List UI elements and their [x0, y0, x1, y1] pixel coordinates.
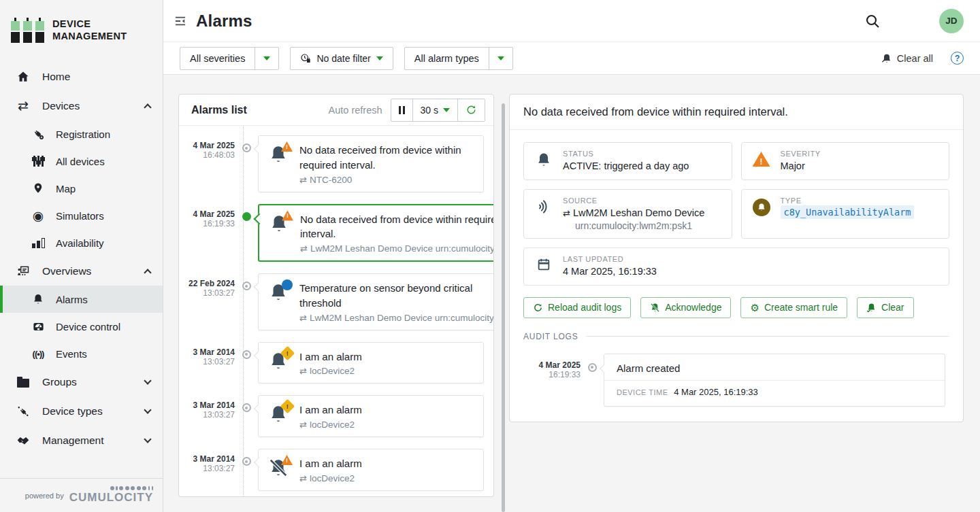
chevron-down-icon [263, 56, 270, 61]
acknowledge-button[interactable]: Acknowledge [640, 297, 731, 318]
swap-arrows-icon: ⇄ [15, 99, 31, 112]
chevron-up-icon [144, 269, 151, 276]
sidebar-item-groups[interactable]: Groups [0, 367, 163, 396]
device-link-icon: ⇄ [299, 473, 307, 483]
sidebar-nav: Home ⇄ Devices Registration All devices [0, 59, 163, 455]
sidebar-item-device-control[interactable]: Device control [0, 313, 163, 340]
pause-icon [399, 106, 405, 114]
refresh-interval-dropdown[interactable]: 30 s [412, 99, 457, 121]
sidebar-item-alarms[interactable]: Alarms [0, 286, 163, 313]
device-link-icon: ⇄ [299, 175, 307, 185]
refresh-now-button[interactable] [457, 99, 485, 121]
folder-icon [15, 377, 31, 388]
alarms-list-header: Alarms list Auto refresh 30 s [179, 95, 493, 126]
alarm-list-item[interactable]: ! I am an alarm ⇄locDevice2 [258, 395, 484, 437]
alarm-row: 3 Mar 201413:03:27 ! I am an alarm ⇄locD… [183, 395, 484, 437]
gear-icon: ⚙ [750, 303, 759, 313]
chevron-up-icon [144, 103, 151, 111]
device-link-icon: ⇄ [299, 420, 307, 430]
filter-bar: All severities No date filter All alarm … [163, 42, 980, 75]
bell-check-icon [866, 303, 877, 313]
sidebar-item-simulators[interactable]: ◉ Simulators [0, 202, 163, 229]
auto-refresh-label: Auto refresh [329, 105, 382, 116]
timeline-marker-selected-icon [242, 212, 251, 221]
broadcast-icon: ((•)) [30, 349, 46, 359]
app-switcher-icon[interactable] [901, 12, 919, 30]
status-card: STATUS ACTIVE: triggered a day ago [523, 142, 732, 180]
sidebar-item-devices[interactable]: ⇄ Devices [0, 91, 163, 120]
alarm-severity-minor-icon: ! [268, 351, 290, 373]
timeline-marker-icon [588, 363, 597, 372]
chevron-down-icon [497, 56, 504, 61]
sidebar-item-management[interactable]: Management [0, 426, 163, 455]
calendar-clock-icon [300, 53, 311, 64]
source-card: SOURCE ⇄LwM2M Leshan Demo Device urn:cum… [523, 189, 732, 238]
map-pin-icon [30, 182, 46, 195]
alarm-type-value[interactable]: c8y_UnavailabilityAlarm [781, 205, 915, 219]
severity-card: ! SEVERITY Major [741, 142, 950, 180]
alarm-type-filter-dropdown[interactable]: All alarm types [404, 47, 513, 70]
user-avatar[interactable]: JD [939, 9, 964, 33]
audit-log-card: Alarm created DEVICE TIME 4 Mar 2025, 16… [604, 354, 945, 407]
alarms-list-panel: Alarms list Auto refresh 30 s [178, 94, 494, 497]
audit-logs-title: AUDIT LOGS [523, 332, 578, 341]
device-link-icon: ⇄ [299, 313, 307, 323]
refresh-icon [466, 104, 477, 116]
timeline-marker-icon [242, 281, 251, 290]
pause-refresh-button[interactable] [391, 99, 412, 121]
sidebar-item-availability[interactable]: Availability [0, 229, 163, 256]
alarm-list-item-selected[interactable]: ! No data received from device within re… [258, 204, 493, 262]
sidebar-item-device-types[interactable]: Device types [0, 396, 163, 426]
alarm-detail-title: No data received from device within requ… [510, 95, 963, 130]
brand-text: DEVICE MANAGEMENT [52, 18, 127, 42]
bar-chart-icon [30, 238, 46, 248]
alarm-list-item[interactable]: ! No data received from device within re… [258, 135, 484, 192]
device-link-icon: ⇄ [300, 243, 308, 254]
alarm-severity-major-icon: ! [268, 144, 290, 166]
clear-all-button[interactable]: Clear all [881, 53, 933, 64]
alarm-row: 22 Feb 202413:03:27 Temperature on senso… [183, 273, 484, 330]
sidebar-item-home[interactable]: Home [0, 62, 163, 91]
chevron-down-icon [443, 108, 450, 112]
sidebar-item-map[interactable]: Map [0, 175, 163, 202]
severity-major-icon: ! [751, 150, 772, 167]
severity-filter-dropdown[interactable]: All severities [180, 47, 279, 70]
sidebar-item-all-devices[interactable]: All devices [0, 148, 163, 175]
clear-button[interactable]: Clear [857, 297, 913, 318]
sidebar-item-events[interactable]: ((•)) Events [0, 340, 163, 367]
detail-actions: Reload audit logs Acknowledge ⚙ Create s… [523, 297, 949, 318]
reload-audit-logs-button[interactable]: Reload audit logs [523, 297, 631, 318]
cumulocity-logo: CUMULOCITY [69, 486, 153, 505]
alarm-row: 3 Mar 201413:03:27 ! I am an alarm ⇄locD… [183, 449, 484, 491]
signal-icon [534, 197, 554, 215]
alarm-row: 4 Mar 202516:48:03 ! No data received fr… [183, 135, 484, 192]
device-link-icon: ⇄ [299, 366, 307, 376]
list-scrollbar[interactable] [502, 103, 505, 512]
collapse-sidebar-icon[interactable] [174, 16, 186, 27]
simulator-icon: ◉ [30, 209, 46, 222]
search-icon[interactable] [864, 13, 881, 29]
sidebar-item-registration[interactable]: Registration [0, 120, 163, 148]
gauge-icon [30, 320, 46, 333]
sidebar-item-overviews[interactable]: Overviews [0, 256, 163, 286]
date-filter-dropdown[interactable]: No date filter [290, 47, 393, 70]
calendar-icon [534, 255, 554, 272]
handshake-icon [15, 434, 31, 447]
timeline-marker-icon [242, 350, 251, 359]
bell-clear-icon [881, 53, 892, 64]
divider [586, 336, 949, 337]
alarm-status-acknowledged-icon [268, 282, 290, 304]
help-icon[interactable]: ? [951, 52, 964, 65]
powered-by-label: powered by [25, 492, 64, 500]
alarm-row: 3 Mar 201413:03:27 ! I am an alarm ⇄locD… [183, 342, 484, 384]
device-link-icon: ⇄ [563, 208, 570, 218]
alarm-list-item[interactable]: Temperature on sensor beyond critical th… [258, 273, 493, 330]
top-header: Alarms JD [163, 0, 980, 42]
chevron-down-icon [144, 377, 151, 384]
create-smart-rule-button[interactable]: ⚙ Create smart rule [740, 297, 847, 318]
presentation-icon [15, 264, 31, 278]
type-card: TYPE c8y_UnavailabilityAlarm [741, 189, 950, 238]
source-device-link[interactable]: ⇄LwM2M Leshan Demo Device [563, 206, 704, 220]
alarm-list-item[interactable]: ! I am an alarm ⇄locDevice2 [258, 342, 484, 384]
alarm-list-item[interactable]: ! I am an alarm ⇄locDevice2 [258, 449, 484, 491]
